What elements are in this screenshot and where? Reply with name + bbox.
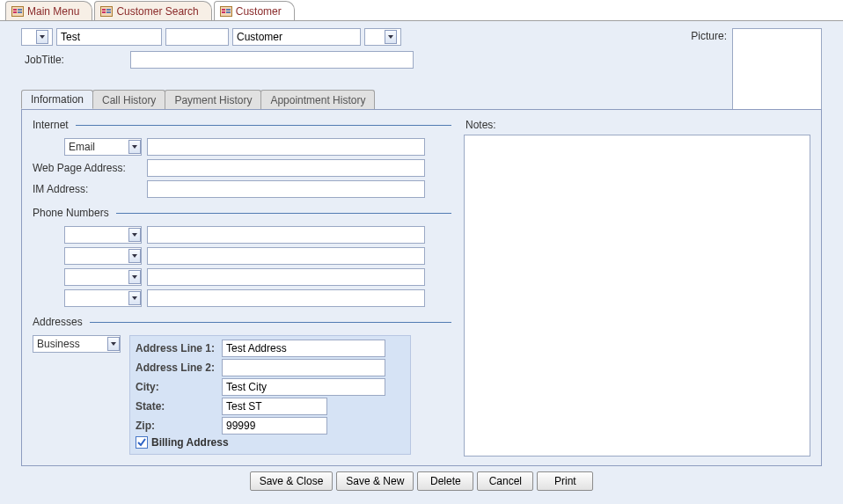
address-line1-label: Address Line 1: xyxy=(136,342,218,354)
address-state-input[interactable] xyxy=(222,398,327,415)
doc-tab-label: Main Menu xyxy=(27,5,79,18)
address-type-value: Business xyxy=(37,338,80,350)
doc-tab-main-menu[interactable]: Main Menu xyxy=(5,1,92,20)
dropdown-icon xyxy=(128,140,141,154)
phone-input[interactable] xyxy=(147,247,425,265)
dropdown-icon xyxy=(128,228,141,242)
tab-payment-history[interactable]: Payment History xyxy=(165,90,261,109)
tab-label: Payment History xyxy=(174,94,252,106)
svg-rect-2 xyxy=(13,11,17,13)
svg-rect-1 xyxy=(13,9,17,11)
address-zip-label: Zip: xyxy=(136,420,218,432)
suffix-combo[interactable] xyxy=(364,28,401,46)
address-line2-label: Address Line 2: xyxy=(136,362,218,374)
svg-rect-11 xyxy=(222,9,225,11)
form-icon xyxy=(11,5,24,18)
svg-rect-9 xyxy=(106,11,111,13)
middle-name-input[interactable] xyxy=(165,28,229,46)
picture-box[interactable] xyxy=(732,28,822,116)
svg-rect-6 xyxy=(102,9,106,11)
address-line1-input[interactable] xyxy=(222,340,385,357)
print-button[interactable]: Print xyxy=(537,471,593,491)
address-city-label: City: xyxy=(136,381,218,393)
divider xyxy=(116,213,451,214)
address-type-combo[interactable]: Business xyxy=(33,335,121,353)
svg-rect-8 xyxy=(106,9,111,11)
doc-tab-label: Customer Search xyxy=(116,5,198,18)
address-city-input[interactable] xyxy=(222,378,385,396)
billing-address-checkbox[interactable] xyxy=(136,436,148,449)
web-input[interactable] xyxy=(147,159,425,177)
address-line2-input[interactable] xyxy=(222,359,385,376)
tab-label: Appointment History xyxy=(270,94,365,106)
picture-label: Picture: xyxy=(691,28,727,42)
phone-type-combo[interactable] xyxy=(64,268,142,286)
job-title-label: JobTitle: xyxy=(21,54,127,66)
phone-type-combo[interactable] xyxy=(64,226,142,244)
email-type-value: Email xyxy=(69,141,95,153)
notes-textarea[interactable] xyxy=(464,135,810,457)
address-state-label: State: xyxy=(136,400,218,413)
title-combo[interactable] xyxy=(21,28,53,46)
tab-appointment-history[interactable]: Appointment History xyxy=(260,90,375,109)
document-tabs: Main Menu Customer Search Customer xyxy=(0,0,843,21)
internet-section-label: Internet xyxy=(33,119,69,131)
dropdown-icon xyxy=(128,249,141,263)
address-zip-input[interactable] xyxy=(222,417,327,435)
svg-rect-14 xyxy=(226,11,231,13)
doc-tab-label: Customer xyxy=(236,5,282,18)
save-close-button[interactable]: Save & Close xyxy=(250,471,334,491)
save-new-button[interactable]: Save & New xyxy=(336,471,414,491)
tab-information[interactable]: Information xyxy=(21,90,93,109)
form-icon xyxy=(100,5,113,18)
tab-label: Information xyxy=(31,93,84,106)
tab-label: Call History xyxy=(102,94,156,106)
phone-type-combo[interactable] xyxy=(64,289,142,307)
svg-rect-7 xyxy=(102,11,106,13)
job-title-input[interactable] xyxy=(130,51,414,69)
first-name-input[interactable] xyxy=(56,28,162,46)
addresses-section-label: Addresses xyxy=(33,316,83,328)
dropdown-icon xyxy=(36,30,48,44)
notes-label: Notes: xyxy=(464,119,810,131)
last-name-input[interactable] xyxy=(232,28,361,46)
dropdown-icon xyxy=(385,30,397,44)
phone-type-combo[interactable] xyxy=(64,247,142,265)
delete-button[interactable]: Delete xyxy=(417,471,473,491)
doc-tab-customer-search[interactable]: Customer Search xyxy=(94,1,211,20)
tab-call-history[interactable]: Call History xyxy=(92,90,165,109)
billing-address-label: Billing Address xyxy=(151,436,229,449)
svg-rect-12 xyxy=(222,11,225,13)
divider xyxy=(76,125,451,126)
im-input[interactable] xyxy=(147,180,425,198)
dropdown-icon xyxy=(107,337,120,351)
cancel-button[interactable]: Cancel xyxy=(477,471,533,491)
dropdown-icon xyxy=(128,270,141,284)
svg-rect-13 xyxy=(226,9,231,11)
dropdown-icon xyxy=(128,291,141,305)
phone-input[interactable] xyxy=(147,289,425,307)
form-icon xyxy=(220,5,232,18)
phone-section-label: Phone Numbers xyxy=(33,207,109,219)
phone-input[interactable] xyxy=(147,226,425,244)
divider xyxy=(90,322,451,323)
phone-input[interactable] xyxy=(147,268,425,286)
doc-tab-customer[interactable]: Customer xyxy=(214,1,295,20)
email-input[interactable] xyxy=(147,138,425,156)
web-label: Web Page Address: xyxy=(33,162,142,174)
email-type-combo[interactable]: Email xyxy=(64,138,142,156)
svg-rect-3 xyxy=(18,9,22,11)
address-panel: Address Line 1: Address Line 2: City: xyxy=(129,335,411,455)
svg-rect-4 xyxy=(18,11,22,13)
im-label: IM Address: xyxy=(33,183,142,195)
